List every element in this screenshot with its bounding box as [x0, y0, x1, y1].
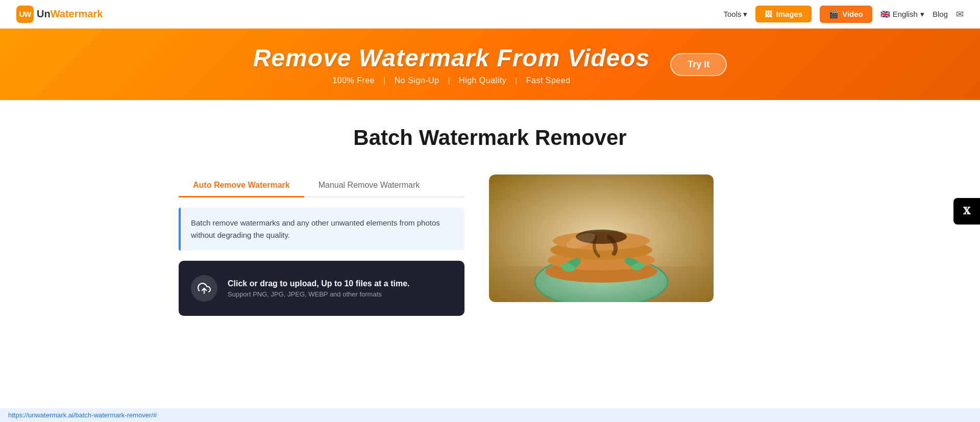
- description-box: Batch remove watermarks and any other un…: [179, 208, 464, 251]
- upload-icon-circle: [191, 275, 217, 302]
- pipe1: |: [383, 76, 386, 85]
- status-url: https://unwatermark.ai/batch-watermark-r…: [8, 411, 157, 419]
- logo-icon: UW: [16, 6, 34, 23]
- preview-panel: [489, 175, 801, 302]
- subtitle-nosignup: No Sign-Up: [395, 76, 439, 85]
- status-bar: https://unwatermark.ai/batch-watermark-r…: [0, 408, 980, 422]
- tools-button[interactable]: Tools ▾: [723, 10, 747, 19]
- images-label: Images: [776, 10, 802, 18]
- banner-title: Remove Watermark From Videos: [253, 44, 650, 72]
- video-label: Video: [842, 10, 863, 18]
- logo-abbr: UW: [19, 10, 31, 18]
- upload-sub-text: Support PNG, JPG, JPEG, WEBP and other f…: [228, 290, 410, 298]
- tool-section: Auto Remove Watermark Manual Remove Wate…: [179, 175, 801, 316]
- tools-label: Tools: [723, 10, 741, 18]
- preview-image: [489, 175, 714, 302]
- tab-manual-remove[interactable]: Manual Remove Watermark: [304, 175, 434, 197]
- x-social-button[interactable]: 𝕏: [953, 198, 980, 225]
- banner-subtitle: 100% Free | No Sign-Up | High Quality | …: [253, 76, 650, 85]
- images-button[interactable]: 🖼 Images: [755, 6, 812, 22]
- upload-cloud-icon: [198, 282, 211, 295]
- logo-text: UnWatermark: [37, 8, 103, 20]
- upload-main-text: Click or drag to upload, Up to 10 files …: [228, 279, 410, 288]
- try-it-button[interactable]: Try it: [670, 53, 727, 76]
- banner-content: Remove Watermark From Videos 100% Free |…: [253, 44, 650, 85]
- upload-area[interactable]: Click or drag to upload, Up to 10 files …: [179, 261, 464, 316]
- subtitle-quality: High Quality: [459, 76, 506, 85]
- video-icon: 🎬: [829, 10, 839, 19]
- x-icon: 𝕏: [963, 206, 970, 217]
- video-button[interactable]: 🎬 Video: [820, 6, 872, 23]
- upload-text-block: Click or drag to upload, Up to 10 files …: [228, 279, 410, 298]
- flag-icon: 🇬🇧: [880, 10, 890, 19]
- main-content: Batch Watermark Remover Auto Remove Wate…: [158, 100, 822, 346]
- tool-left-panel: Auto Remove Watermark Manual Remove Wate…: [179, 175, 464, 316]
- image-icon: 🖼: [765, 10, 772, 18]
- subtitle-speed: Fast Speed: [526, 76, 571, 85]
- description-text: Batch remove watermarks and any other un…: [191, 218, 440, 239]
- pipe3: |: [515, 76, 518, 85]
- promo-banner: Remove Watermark From Videos 100% Free |…: [0, 29, 980, 100]
- tab-manual-label: Manual Remove Watermark: [318, 181, 420, 189]
- navbar: UW UnWatermark Tools ▾ 🖼 Images 🎬 Video …: [0, 0, 980, 29]
- language-label: English: [893, 10, 918, 18]
- nav-right: Tools ▾ 🖼 Images 🎬 Video 🇬🇧 English ▾ Bl…: [723, 6, 964, 23]
- lang-chevron-icon: ▾: [920, 10, 924, 19]
- tabs-container: Auto Remove Watermark Manual Remove Wate…: [179, 175, 464, 197]
- logo-wm-text: Watermark: [51, 8, 103, 19]
- mail-button[interactable]: ✉: [956, 9, 964, 20]
- mail-icon: ✉: [956, 9, 964, 19]
- page-title: Batch Watermark Remover: [179, 126, 801, 150]
- language-button[interactable]: 🇬🇧 English ▾: [880, 10, 924, 19]
- tab-auto-label: Auto Remove Watermark: [193, 181, 290, 189]
- subtitle-free: 100% Free: [332, 76, 375, 85]
- pipe2: |: [448, 76, 450, 85]
- tab-auto-remove[interactable]: Auto Remove Watermark: [179, 175, 304, 197]
- logo-un-text: Un: [37, 8, 51, 19]
- logo[interactable]: UW UnWatermark: [16, 6, 103, 23]
- pancake-illustration: [489, 175, 714, 302]
- tools-chevron-icon: ▾: [743, 10, 747, 19]
- blog-link[interactable]: Blog: [933, 10, 948, 18]
